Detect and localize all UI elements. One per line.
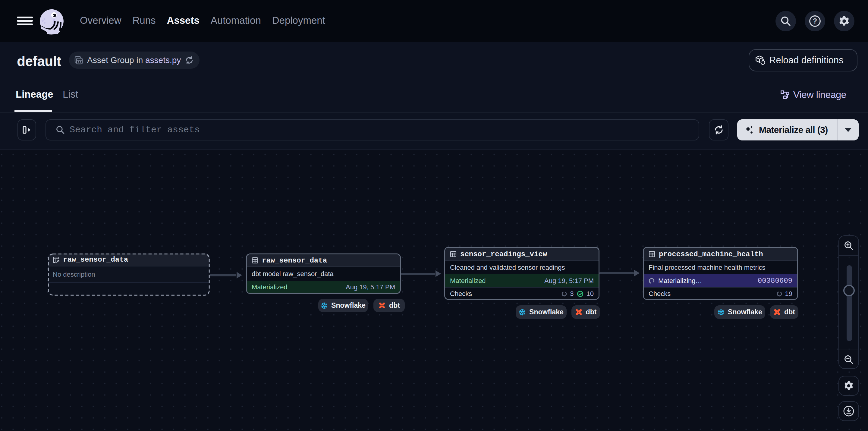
svg-text:?: ? (813, 17, 817, 25)
